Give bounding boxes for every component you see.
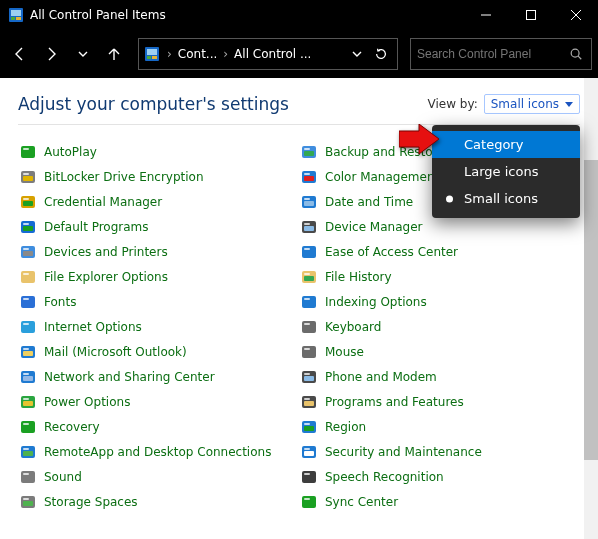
item-devices-printers[interactable]: Devices and Printers bbox=[18, 239, 299, 264]
menu-item-label: Category bbox=[464, 137, 523, 152]
svg-rect-46 bbox=[23, 398, 29, 400]
svg-rect-37 bbox=[23, 323, 29, 325]
address-dropdown-button[interactable] bbox=[345, 42, 369, 66]
item-bitlocker[interactable]: BitLocker Drive Encryption bbox=[18, 164, 299, 189]
breadcrumb-current[interactable]: All Control ... bbox=[234, 47, 311, 61]
svg-line-13 bbox=[578, 56, 581, 59]
device-manager-icon bbox=[299, 218, 319, 236]
network-sharing-icon bbox=[18, 368, 38, 386]
autoplay-icon bbox=[18, 143, 38, 161]
date-time-icon bbox=[299, 193, 319, 211]
svg-rect-66 bbox=[304, 201, 314, 206]
item-label: Devices and Printers bbox=[44, 245, 168, 259]
item-speech-recognition[interactable]: Speech Recognition bbox=[299, 464, 580, 489]
back-button[interactable] bbox=[6, 40, 34, 68]
item-label: Phone and Modem bbox=[325, 370, 437, 384]
item-remoteapp[interactable]: RemoteApp and Desktop Connections bbox=[18, 439, 299, 464]
item-label: AutoPlay bbox=[44, 145, 97, 159]
svg-rect-93 bbox=[304, 426, 314, 431]
svg-rect-54 bbox=[23, 476, 33, 481]
svg-rect-96 bbox=[304, 451, 314, 456]
item-programs-features[interactable]: Programs and Features bbox=[299, 389, 580, 414]
item-label: Storage Spaces bbox=[44, 495, 138, 509]
svg-rect-3 bbox=[16, 17, 21, 20]
file-explorer-options-icon bbox=[18, 268, 38, 286]
item-mail[interactable]: Mail (Microsoft Outlook) bbox=[18, 339, 299, 364]
item-label: Keyboard bbox=[325, 320, 381, 334]
address-bar[interactable]: › Cont... › All Control ... bbox=[138, 38, 398, 70]
svg-rect-16 bbox=[23, 148, 29, 150]
svg-rect-22 bbox=[23, 198, 29, 200]
menu-item-large-icons[interactable]: Large icons bbox=[434, 158, 578, 185]
item-credential-manager[interactable]: Credential Manager bbox=[18, 189, 299, 214]
menu-item-category[interactable]: Category bbox=[432, 131, 580, 158]
maximize-button[interactable] bbox=[508, 0, 553, 30]
svg-rect-28 bbox=[23, 248, 29, 250]
minimize-button[interactable] bbox=[463, 0, 508, 30]
item-indexing-options[interactable]: Indexing Options bbox=[299, 289, 580, 314]
svg-rect-49 bbox=[23, 423, 29, 425]
search-box[interactable] bbox=[410, 38, 592, 70]
item-autoplay[interactable]: AutoPlay bbox=[18, 139, 299, 164]
item-power-options[interactable]: Power Options bbox=[18, 389, 299, 414]
menu-item-small-icons[interactable]: Small icons bbox=[434, 185, 578, 212]
item-storage-spaces[interactable]: Storage Spaces bbox=[18, 489, 299, 514]
view-by-label: View by: bbox=[428, 97, 478, 111]
refresh-button[interactable] bbox=[369, 42, 393, 66]
control-panel-icon bbox=[8, 7, 24, 23]
svg-rect-78 bbox=[304, 301, 314, 306]
item-region[interactable]: Region bbox=[299, 414, 580, 439]
item-internet-options[interactable]: Internet Options bbox=[18, 314, 299, 339]
svg-rect-85 bbox=[304, 348, 310, 350]
up-button[interactable] bbox=[101, 40, 129, 68]
svg-rect-81 bbox=[304, 326, 314, 331]
svg-rect-73 bbox=[304, 248, 310, 250]
item-mouse[interactable]: Mouse bbox=[299, 339, 580, 364]
item-label: Network and Sharing Center bbox=[44, 370, 215, 384]
history-dropdown-button[interactable] bbox=[69, 40, 97, 68]
item-keyboard[interactable]: Keyboard bbox=[299, 314, 580, 339]
bullet-icon bbox=[446, 195, 453, 202]
item-network-sharing[interactable]: Network and Sharing Center bbox=[18, 364, 299, 389]
item-label: Mail (Microsoft Outlook) bbox=[44, 345, 187, 359]
svg-rect-2 bbox=[11, 17, 15, 20]
item-ease-of-access[interactable]: Ease of Access Center bbox=[299, 239, 580, 264]
color-management-icon bbox=[299, 168, 319, 186]
phone-modem-icon bbox=[299, 368, 319, 386]
credential-manager-icon bbox=[18, 193, 38, 211]
svg-rect-94 bbox=[304, 423, 310, 425]
view-by-dropdown[interactable]: Small icons bbox=[484, 94, 580, 114]
item-phone-modem[interactable]: Phone and Modem bbox=[299, 364, 580, 389]
item-label: Fonts bbox=[44, 295, 76, 309]
chevron-right-icon: › bbox=[223, 47, 228, 61]
item-sound[interactable]: Sound bbox=[18, 464, 299, 489]
item-security-maintenance[interactable]: Security and Maintenance bbox=[299, 439, 580, 464]
svg-rect-87 bbox=[304, 376, 314, 381]
item-fonts[interactable]: Fonts bbox=[18, 289, 299, 314]
item-default-programs[interactable]: Default Programs bbox=[18, 214, 299, 239]
svg-marker-104 bbox=[399, 124, 439, 154]
sound-icon bbox=[18, 468, 38, 486]
programs-features-icon bbox=[299, 393, 319, 411]
item-file-explorer-options[interactable]: File Explorer Options bbox=[18, 264, 299, 289]
search-input[interactable] bbox=[417, 47, 567, 61]
svg-rect-99 bbox=[304, 476, 314, 481]
fonts-icon bbox=[18, 293, 38, 311]
svg-rect-102 bbox=[304, 501, 314, 506]
scrollbar-thumb[interactable] bbox=[584, 160, 598, 460]
nav-bar: › Cont... › All Control ... bbox=[0, 30, 598, 78]
forward-button[interactable] bbox=[38, 40, 66, 68]
breadcrumb-root[interactable]: Cont... bbox=[178, 47, 217, 61]
item-file-history[interactable]: File History bbox=[299, 264, 580, 289]
menu-item-label: Small icons bbox=[464, 191, 538, 206]
svg-rect-60 bbox=[304, 151, 314, 156]
region-icon bbox=[299, 418, 319, 436]
indexing-options-icon bbox=[299, 293, 319, 311]
svg-rect-30 bbox=[23, 276, 33, 281]
close-button[interactable] bbox=[553, 0, 598, 30]
item-sync-center[interactable]: Sync Center bbox=[299, 489, 580, 514]
svg-rect-31 bbox=[23, 273, 29, 275]
item-recovery[interactable]: Recovery bbox=[18, 414, 299, 439]
svg-rect-70 bbox=[304, 223, 310, 225]
search-icon[interactable] bbox=[567, 45, 585, 63]
